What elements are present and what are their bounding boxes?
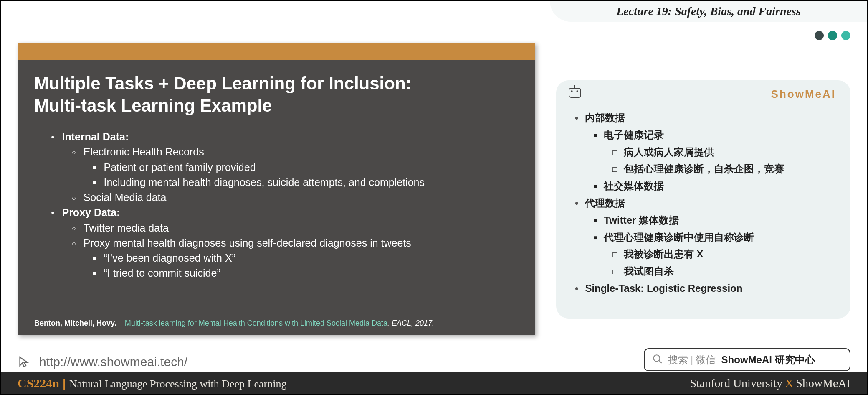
url-row: http://www.showmeai.tech/: [18, 355, 187, 369]
bullet-proxy-diag: Proxy mental health diagnoses using self…: [34, 235, 519, 250]
search-hint-2: 微信: [696, 354, 716, 365]
svg-point-0: [653, 355, 660, 361]
dot-icon: [841, 31, 850, 40]
bullet-proxy-data: Proxy Data:: [62, 206, 120, 218]
bullet-ehr-sub: Patient or patient family provided: [34, 160, 519, 175]
footer-brand: ShowMeAI: [796, 377, 850, 390]
slide-bullets: Internal Data: Electronic Health Records…: [34, 129, 519, 281]
note-proxy-diag: 代理心理健康诊断中使用自称诊断: [571, 229, 836, 246]
slide-accent-bar: [18, 43, 535, 60]
slide-title: Multiple Tasks + Deep Learning for Inclu…: [34, 73, 519, 117]
page-root: Lecture 19: Safety, Bias, and Fairness M…: [0, 0, 868, 395]
note-ehr-sub: 病人或病人家属提供: [571, 144, 836, 161]
bullet-ehr: Electronic Health Records: [34, 144, 519, 159]
notes-list: 内部数据 电子健康记录 病人或病人家属提供 包括心理健康诊断，自杀企图，竞赛 社…: [571, 110, 836, 297]
slide-body: Multiple Tasks + Deep Learning for Inclu…: [18, 60, 535, 289]
slide-card: Multiple Tasks + Deep Learning for Inclu…: [18, 43, 535, 335]
footer-right: Stanford UniversityXShowMeAI: [690, 377, 850, 390]
note-ehr: 电子健康记录: [571, 127, 836, 144]
search-icon: [652, 354, 663, 366]
slide-title-line: Multi-task Learning Example: [34, 96, 272, 115]
svg-line-1: [659, 360, 662, 363]
search-box[interactable]: 搜索|微信 ShowMeAI 研究中心: [644, 348, 850, 371]
bullet-quote: “I tried to commit suicide”: [34, 265, 519, 280]
course-code: CS224n: [18, 376, 59, 390]
search-hint: 搜索|微信 ShowMeAI 研究中心: [668, 353, 815, 367]
footer-university: Stanford University: [690, 377, 782, 390]
cursor-icon: [18, 355, 32, 369]
bullet-twitter: Twitter media data: [34, 220, 519, 235]
note-internal: 内部数据: [571, 110, 836, 127]
note-single-task: Single-Task: Logistic Regression: [571, 280, 836, 297]
note-social: 社交媒体数据: [571, 178, 836, 195]
robot-icon: [569, 88, 581, 98]
citation-authors: Benton, Mitchell, Hovy.: [34, 319, 116, 327]
notes-panel: ShowMeAI 内部数据 电子健康记录 病人或病人家属提供 包括心理健康诊断，…: [556, 80, 850, 319]
lecture-title: Lecture 19: Safety, Bias, and Fairness: [616, 5, 801, 18]
note-quote: 我试图自杀: [571, 263, 836, 280]
bullet-internal-data: Internal Data:: [62, 131, 129, 143]
bullet-ehr-sub: Including mental health diagnoses, suici…: [34, 175, 519, 190]
footer-separator: |: [63, 377, 66, 390]
course-name: Natural Language Processing with Deep Le…: [69, 378, 287, 390]
bullet-quote: “I’ve been diagnosed with X”: [34, 250, 519, 265]
dot-icon: [815, 31, 824, 40]
bullet-social: Social Media data: [34, 190, 519, 205]
note-ehr-sub: 包括心理健康诊断，自杀企图，竞赛: [571, 161, 836, 178]
note-proxy: 代理数据: [571, 195, 836, 212]
header-bar: Lecture 19: Safety, Bias, and Fairness: [550, 1, 867, 22]
slide-citation: Benton, Mitchell, Hovy. Multi-task learn…: [34, 319, 434, 328]
dot-icon: [828, 31, 837, 40]
footer-x: X: [785, 377, 793, 390]
decorative-dots: [815, 31, 850, 40]
footer-bar: CS224n | Natural Language Processing wit…: [1, 372, 867, 394]
note-quote: 我被诊断出患有 X: [571, 246, 836, 263]
notes-brand: ShowMeAI: [771, 88, 836, 101]
footer-left: CS224n | Natural Language Processing wit…: [18, 376, 286, 390]
url-text[interactable]: http://www.showmeai.tech/: [39, 355, 187, 369]
slide-title-line: Multiple Tasks + Deep Learning for Inclu…: [34, 74, 412, 93]
citation-link[interactable]: Multi-task learning for Mental Health Co…: [125, 319, 387, 327]
citation-venue: . EACL, 2017.: [387, 319, 434, 327]
note-twitter: Twitter 媒体数据: [571, 212, 836, 229]
search-hint-1: 搜索: [668, 354, 688, 365]
search-bold: ShowMeAI 研究中心: [721, 354, 815, 365]
